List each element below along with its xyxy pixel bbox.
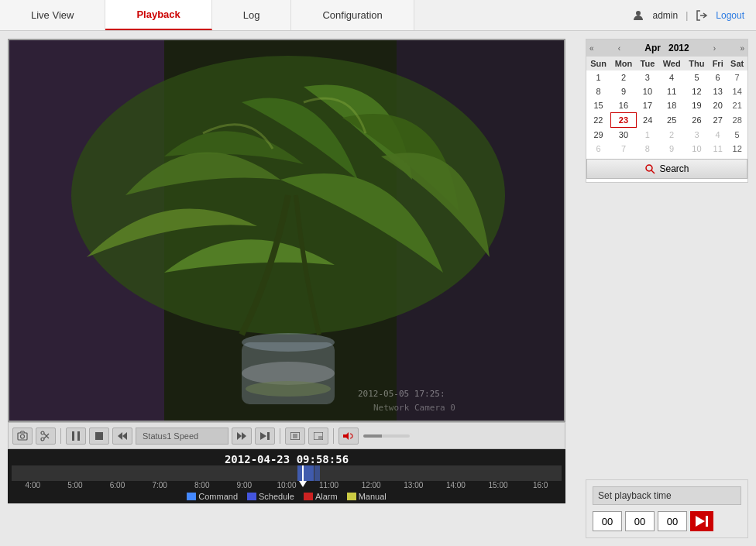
legend-command: Command [187,492,238,501]
playback-second-input[interactable] [658,511,687,531]
pause-button[interactable] [66,428,86,445]
cal-day[interactable]: 22 [586,113,610,128]
search-button[interactable]: Search [586,159,747,179]
cal-day[interactable]: 9 [610,84,637,98]
cal-day[interactable]: 8 [637,142,658,156]
playback-go-button[interactable] [690,511,713,531]
cal-day[interactable]: 30 [610,128,637,143]
main-content: 2012-05-05 17:25: Network Camera 0 [0,31,756,546]
stop-button[interactable] [89,428,109,445]
svg-line-30 [651,170,655,173]
cal-day[interactable]: 4 [658,70,685,84]
forward-button[interactable] [232,428,252,445]
cal-day[interactable]: 7 [610,142,637,156]
cal-prev-prev[interactable]: « [589,44,594,53]
cal-day[interactable]: 20 [709,98,727,113]
cal-day[interactable]: 5 [685,70,708,84]
cal-day[interactable]: 19 [685,98,708,113]
logout-link[interactable]: Logout [716,10,744,21]
cal-day[interactable]: 12 [685,84,708,98]
fullscreen-button[interactable] [285,428,305,445]
playback-hour-input[interactable] [593,511,622,531]
tab-log[interactable]: Log [212,0,292,30]
video-container: 2012-05-05 17:25: Network Camera 0 [8,39,565,422]
cal-prev[interactable]: ‹ [618,44,620,53]
tab-playback[interactable]: Playback [105,0,211,30]
playback-minute-input[interactable] [625,511,655,531]
legend-manual-color [347,493,356,500]
tab-configuration[interactable]: Configuration [291,0,414,30]
cal-day[interactable]: 27 [709,113,727,128]
status-display: Status1 Speed [136,428,229,445]
cal-day[interactable]: 8 [586,84,610,98]
cal-day[interactable]: 6 [709,70,727,84]
cal-day[interactable]: 9 [658,142,685,156]
svg-point-13 [41,438,44,441]
cal-day[interactable]: 16 [610,98,637,113]
svg-point-0 [636,11,641,15]
cal-header-mon: Mon [610,57,637,70]
cal-day[interactable]: 10 [685,142,708,156]
cal-day[interactable]: 2 [610,70,637,84]
svg-point-7 [242,333,335,352]
cal-header-fri: Fri [709,57,727,70]
separator3 [333,428,334,444]
svg-text:Network Camera 0: Network Camera 0 [373,403,455,413]
cal-day[interactable]: 10 [637,84,658,98]
cal-day[interactable]: 5 [727,128,747,143]
cal-day[interactable]: 21 [727,98,747,113]
timeline-legend: Command Schedule Alarm Manual [8,489,565,503]
clip-button[interactable] [36,428,56,445]
step-forward-button[interactable] [255,428,275,445]
calendar-header: « ‹ Apr 2012 › » [586,39,747,57]
cal-next[interactable]: › [713,44,716,53]
cal-day[interactable]: 11 [658,84,685,98]
cal-day[interactable]: 23 [610,113,637,128]
search-icon [644,163,655,174]
calendar-title: Apr 2012 [644,43,689,53]
nav-user-area: admin | Logout [620,0,756,30]
cal-day[interactable]: 3 [685,128,708,143]
snapshot-button[interactable] [12,428,33,445]
cal-header-thu: Thu [685,57,708,70]
cal-day[interactable]: 28 [727,113,747,128]
svg-marker-18 [118,432,122,440]
cal-day[interactable]: 12 [727,142,747,156]
svg-text:2012-05-05 17:25:: 2012-05-05 17:25: [358,389,445,399]
svg-marker-22 [260,432,266,440]
cal-day[interactable]: 6 [586,142,610,156]
cal-day[interactable]: 18 [658,98,685,113]
cal-day[interactable]: 25 [658,113,685,128]
playback-time-title: Set playback time [593,486,741,505]
cal-day[interactable]: 2 [658,128,685,143]
cal-day[interactable]: 3 [637,70,658,84]
cal-day[interactable]: 17 [637,98,658,113]
pip-button[interactable] [308,428,328,445]
right-panel: « ‹ Apr 2012 › » Sun Mon Tue Wed [586,39,748,538]
go-arrow-icon [696,516,708,527]
cal-day[interactable]: 26 [685,113,708,128]
legend-manual: Manual [347,492,387,501]
cal-day[interactable]: 14 [727,84,747,98]
cal-header-sat: Sat [727,57,747,70]
tab-live-view[interactable]: Live View [0,0,105,30]
cal-day[interactable]: 4 [709,128,727,143]
volume-slider[interactable] [363,434,410,438]
cal-next-next[interactable]: » [740,44,744,53]
separator2 [280,428,280,444]
top-navigation: Live View Playback Log Configuration adm… [0,0,756,31]
cal-day[interactable]: 13 [709,84,727,98]
cal-day[interactable]: 11 [709,142,727,156]
left-panel: 2012-05-05 17:25: Network Camera 0 [8,39,578,538]
timeline-container[interactable]: 2012-04-23 09:58:56 4:00 5:00 6:00 7:00 … [8,449,565,503]
cal-day[interactable]: 1 [586,70,610,84]
svg-point-12 [21,434,25,438]
legend-alarm-color [304,493,313,500]
rewind-button[interactable] [112,428,132,445]
cal-day[interactable]: 7 [727,70,747,84]
cal-day[interactable]: 1 [637,128,658,143]
cal-day[interactable]: 15 [586,98,610,113]
volume-button[interactable] [338,428,359,445]
cal-day[interactable]: 24 [637,113,658,128]
cal-day[interactable]: 29 [586,128,610,143]
